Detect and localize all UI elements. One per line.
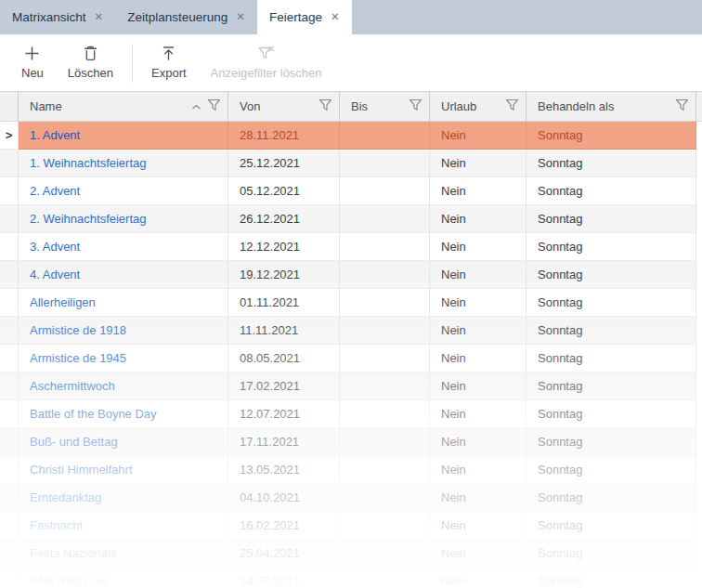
cell-selector[interactable] — [0, 540, 19, 568]
funnel-icon[interactable] — [318, 98, 332, 114]
table-row[interactable]: 3. Advent 12.12.2021 Nein Sonntag — [0, 233, 696, 261]
export-up-icon — [161, 46, 176, 61]
cell-von: 05.12.2021 — [228, 177, 340, 205]
cell-bis — [340, 484, 430, 512]
cell-name[interactable]: 1. Weihnachtsfeiertag — [19, 150, 228, 177]
table-row[interactable]: 4. Advent 19.12.2021 Nein Sonntag — [0, 261, 696, 289]
cell-selector[interactable] — [0, 372, 19, 400]
cell-von: 25.12.2021 — [228, 150, 340, 177]
cell-von: 01.11.2021 — [228, 289, 340, 317]
table-row[interactable]: 1. Weihnachtsfeiertag 25.12.2021 Nein So… — [0, 150, 696, 177]
cell-name[interactable]: Christi Himmelfahrt — [19, 456, 228, 484]
cell-selector[interactable] — [0, 150, 19, 177]
table-row[interactable]: Erntedanktag 04.10.2021 Nein Sonntag — [0, 484, 696, 512]
cell-selector[interactable] — [0, 205, 19, 233]
new-button[interactable]: Neu — [9, 46, 56, 80]
close-icon[interactable]: ✕ — [236, 12, 245, 23]
cell-urlaub: Nein — [430, 233, 526, 261]
cell-bis — [340, 345, 430, 372]
cell-selector[interactable] — [0, 317, 19, 345]
cell-behandeln-als: Sonntag — [526, 150, 696, 177]
cell-name[interactable]: 3. Advent — [19, 233, 228, 261]
cell-selector[interactable] — [0, 345, 19, 372]
table-row[interactable]: Christi Himmelfahrt 13.05.2021 Nein Sonn… — [0, 456, 696, 484]
cell-selector[interactable] — [0, 177, 19, 205]
cell-urlaub: Nein — [430, 177, 526, 205]
funnel-icon[interactable] — [675, 98, 689, 114]
cell-name[interactable]: 2. Advent — [19, 177, 228, 205]
funnel-icon[interactable] — [505, 98, 519, 114]
cell-bis — [340, 317, 430, 345]
cell-name[interactable]: 4. Advent — [19, 261, 228, 289]
column-label: Bis — [351, 99, 368, 113]
column-header-behandeln-als[interactable]: Behandeln als — [526, 92, 696, 121]
cell-name[interactable]: 1. Advent — [19, 122, 228, 150]
table-row[interactable]: Armistice de 1918 11.11.2021 Nein Sonnta… — [0, 317, 696, 345]
cell-selector[interactable] — [0, 289, 19, 317]
table-row[interactable]: 2. Advent 05.12.2021 Nein Sonntag — [0, 177, 696, 205]
table-row[interactable]: Buß- und Bettag 17.11.2021 Nein Sonntag — [0, 428, 696, 456]
column-header-bis[interactable]: Bis — [340, 92, 430, 121]
cell-von: 25.04.2021 — [228, 540, 340, 568]
table-row[interactable]: Fastnacht 16.02.2021 Nein Sonntag — [0, 512, 696, 540]
cell-name[interactable]: Erntedanktag — [19, 484, 228, 512]
cell-name[interactable]: Armistice de 1918 — [19, 317, 228, 345]
cell-name[interactable]: Armistice de 1945 — [19, 345, 228, 372]
funnel-icon[interactable] — [207, 98, 221, 114]
cell-selector[interactable] — [0, 512, 19, 540]
cell-selector[interactable] — [0, 568, 19, 588]
row-selector-header — [0, 92, 19, 121]
cell-behandeln-als: Sonntag — [526, 568, 696, 588]
table-row[interactable]: > 1. Advent 28.11.2021 Nein Sonntag — [0, 122, 696, 150]
cell-von: 28.11.2021 — [228, 122, 340, 150]
delete-button-label: Löschen — [68, 66, 113, 80]
cell-selector[interactable] — [0, 400, 19, 428]
cell-name[interactable]: Fastnacht — [19, 512, 228, 540]
tab-feiertage[interactable]: Feiertage ✕ — [257, 0, 352, 34]
funnel-icon[interactable] — [409, 98, 422, 114]
cell-name[interactable]: 2. Weihnachtsfeiertag — [19, 205, 228, 233]
cell-name[interactable]: Aschermittwoch — [19, 372, 228, 400]
close-icon[interactable]: ✕ — [331, 12, 340, 23]
close-icon[interactable]: ✕ — [95, 12, 104, 23]
cell-name[interactable]: Battle of the Boyne Day — [19, 400, 228, 428]
table-row[interactable]: Fête Nationale 14.07.2021 Nein Sonntag — [0, 568, 696, 588]
tab-matrixansicht[interactable]: Matrixansicht ✕ — [0, 0, 115, 34]
cell-selector[interactable] — [0, 456, 19, 484]
table-row[interactable]: Festa Nazionale 25.04.2021 Nein Sonntag — [0, 540, 696, 568]
cell-name[interactable]: Fête Nationale — [19, 568, 228, 588]
cell-name[interactable]: Festa Nazionale — [19, 540, 228, 568]
cell-behandeln-als: Sonntag — [526, 372, 696, 400]
cell-selector[interactable]: > — [0, 122, 19, 150]
cell-bis — [340, 150, 430, 177]
cell-urlaub: Nein — [430, 289, 526, 317]
cell-name[interactable]: Allerheiligen — [19, 289, 228, 317]
cell-selector[interactable] — [0, 428, 19, 456]
table-row[interactable]: Aschermittwoch 17.02.2021 Nein Sonntag — [0, 372, 696, 400]
cell-selector[interactable] — [0, 484, 19, 512]
cell-name[interactable]: Buß- und Bettag — [19, 428, 228, 456]
column-header-urlaub[interactable]: Urlaub — [430, 92, 526, 121]
tab-zeitplansteuerung[interactable]: Zeitplansteuerung ✕ — [115, 0, 257, 34]
column-label: Name — [30, 99, 62, 113]
cell-behandeln-als: Sonntag — [526, 428, 696, 456]
column-label: Von — [240, 99, 260, 113]
delete-button[interactable]: Löschen — [56, 46, 125, 80]
cell-bis — [340, 205, 430, 233]
column-header-von[interactable]: Von — [228, 92, 340, 121]
table-row[interactable]: Armistice de 1945 08.05.2021 Nein Sonnta… — [0, 345, 696, 372]
cell-bis — [340, 261, 430, 289]
table-row[interactable]: Battle of the Boyne Day 12.07.2021 Nein … — [0, 400, 696, 428]
column-header-name[interactable]: Name — [19, 92, 228, 121]
cell-selector[interactable] — [0, 233, 19, 261]
plus-icon — [24, 46, 40, 61]
cell-selector[interactable] — [0, 261, 19, 289]
tab-label: Matrixansicht — [12, 10, 86, 24]
table-row[interactable]: Allerheiligen 01.11.2021 Nein Sonntag — [0, 289, 696, 317]
cell-urlaub: Nein — [430, 428, 526, 456]
cell-behandeln-als: Sonntag — [526, 345, 696, 372]
table-row[interactable]: 2. Weihnachtsfeiertag 26.12.2021 Nein So… — [0, 205, 696, 233]
cell-urlaub: Nein — [430, 456, 526, 484]
export-button[interactable]: Export — [139, 46, 199, 80]
column-label: Behandeln als — [538, 99, 614, 113]
